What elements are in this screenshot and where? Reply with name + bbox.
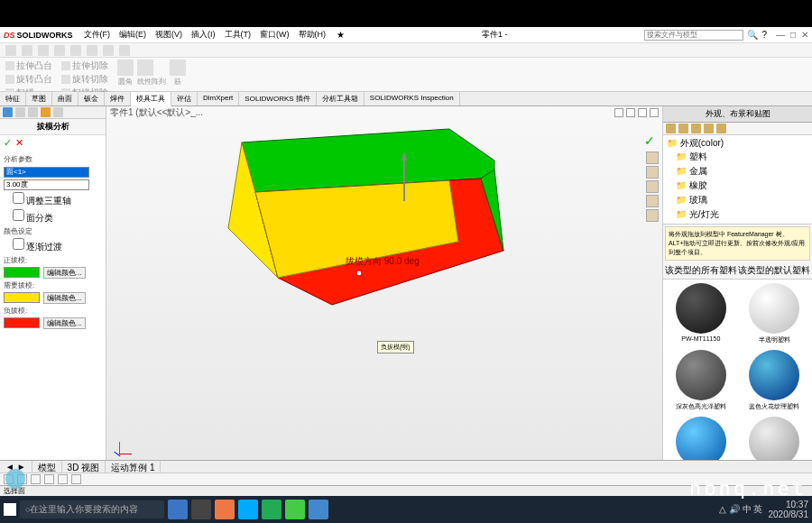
- tab-analysis[interactable]: 分析工具箱: [317, 92, 364, 106]
- tab-features[interactable]: 特征: [0, 92, 26, 106]
- menu-edit[interactable]: 编辑(E): [115, 28, 150, 41]
- tab-sketch[interactable]: 草图: [26, 92, 52, 106]
- material-item[interactable]: 蓝色火花纹理塑料: [741, 350, 809, 411]
- save-icon[interactable]: [38, 45, 49, 56]
- tab-mold-tools[interactable]: 模具工具: [131, 92, 171, 106]
- clock-time[interactable]: 10:37: [769, 500, 809, 509]
- sk-point-icon[interactable]: [71, 474, 81, 484]
- gradient-checkbox[interactable]: [13, 238, 24, 250]
- help-icon[interactable]: ?: [761, 30, 767, 40]
- side-tool-4[interactable]: [646, 195, 659, 207]
- taskbar-search[interactable]: ○ 在这里输入你要搜索的内容: [20, 500, 164, 518]
- tab-surface[interactable]: 曲面: [52, 92, 78, 106]
- print-icon[interactable]: [54, 45, 65, 56]
- rp-icon-5[interactable]: [716, 124, 726, 133]
- tab-addins[interactable]: SOLIDWORKS 插件: [239, 92, 316, 106]
- vp-icon-2[interactable]: [626, 108, 635, 117]
- tab-3dview[interactable]: 3D 视图: [62, 461, 106, 473]
- material-item[interactable]: PW-MT11150: [667, 283, 735, 344]
- undo-icon[interactable]: [70, 45, 81, 56]
- menu-tools[interactable]: 工具(T): [221, 28, 255, 41]
- material-item[interactable]: 深灰色高光泽塑料: [667, 350, 735, 411]
- tab-model[interactable]: 模型: [32, 461, 62, 473]
- negative-swatch[interactable]: [4, 317, 40, 328]
- vp-icon-1[interactable]: [614, 108, 623, 117]
- edit-pos-color[interactable]: 编辑颜色...: [43, 267, 86, 279]
- menu-view[interactable]: 视图(V): [152, 28, 186, 41]
- tb-app-3[interactable]: [215, 500, 235, 519]
- rebuild-icon[interactable]: [103, 45, 114, 56]
- model-view[interactable]: 拔模方向 90.0 deg: [215, 124, 512, 332]
- faceclass-checkbox[interactable]: [13, 209, 24, 221]
- direction-input[interactable]: [4, 167, 89, 178]
- ok-button[interactable]: ✓: [4, 137, 12, 149]
- feature-tree-icon[interactable]: [3, 107, 13, 117]
- sk-arc-icon[interactable]: [31, 474, 41, 484]
- side-tool-2[interactable]: [646, 166, 659, 179]
- config-icon[interactable]: [28, 107, 38, 117]
- tree-plastic[interactable]: 📁 塑料: [667, 150, 808, 164]
- tab-inspection[interactable]: SOLIDWORKS Inspection: [364, 92, 460, 106]
- new-icon[interactable]: [5, 45, 16, 56]
- confirm-icon[interactable]: ✓: [644, 133, 655, 148]
- minimize-button[interactable]: —: [776, 30, 785, 40]
- tree-light[interactable]: 📁 光/灯光: [667, 207, 808, 222]
- material-item[interactable]: 半透明塑料: [741, 283, 809, 344]
- material-item[interactable]: 圆网格塑料: [741, 417, 809, 460]
- tb-app-2[interactable]: [191, 500, 211, 519]
- rp-icon-4[interactable]: [704, 124, 714, 133]
- property-icon[interactable]: [15, 107, 25, 117]
- menu-file[interactable]: 文件(F): [80, 28, 115, 41]
- appearance-icon[interactable]: [666, 124, 676, 133]
- sk-rect-icon[interactable]: [44, 474, 54, 484]
- decal-icon[interactable]: [691, 124, 701, 133]
- tab-motion[interactable]: 运动算例 1: [106, 461, 161, 473]
- sk-spline-icon[interactable]: [58, 474, 68, 484]
- side-tool-1[interactable]: [646, 151, 659, 164]
- scene-icon[interactable]: [678, 124, 688, 133]
- breadcrumb[interactable]: 零件1 (默认<<默认>_...: [110, 106, 203, 119]
- side-tool-3[interactable]: [646, 180, 659, 193]
- display-icon[interactable]: [53, 107, 63, 117]
- tb-app-5[interactable]: [262, 500, 281, 519]
- tab-sheetmetal[interactable]: 钣金: [78, 92, 105, 106]
- tb-app-4[interactable]: [238, 500, 258, 519]
- tree-root[interactable]: 📁 外观(color): [667, 137, 808, 150]
- material-item[interactable]: 蓝色纹理塑料: [667, 417, 735, 460]
- side-tool-5[interactable]: [646, 209, 659, 222]
- menu-help[interactable]: 帮助(H): [295, 28, 330, 41]
- cat-all[interactable]: 该类型的所有塑料: [665, 264, 737, 277]
- tab-weldment[interactable]: 焊件: [105, 92, 131, 106]
- viewport[interactable]: 零件1 (默认<<默认>_... ✓: [106, 106, 662, 460]
- dimxpert-icon[interactable]: [41, 107, 51, 117]
- cancel-button[interactable]: ✕: [15, 137, 23, 149]
- menu-insert[interactable]: 插入(I): [188, 28, 219, 41]
- tray-icons[interactable]: △ 🔊 中 英: [719, 503, 762, 516]
- vp-icon-3[interactable]: [638, 108, 647, 117]
- options-icon[interactable]: [119, 45, 130, 56]
- triad-checkbox[interactable]: [13, 192, 24, 204]
- angle-input[interactable]: [4, 179, 89, 190]
- required-swatch[interactable]: [4, 292, 40, 303]
- tab-evaluate[interactable]: 评估: [171, 92, 198, 106]
- search-input[interactable]: [644, 30, 743, 41]
- tb-app-6[interactable]: [285, 500, 305, 519]
- open-icon[interactable]: [22, 45, 32, 56]
- cat-default[interactable]: 该类型的默认塑料: [738, 264, 810, 277]
- edit-neg-color[interactable]: 编辑颜色...: [43, 317, 86, 329]
- tb-app-7[interactable]: [309, 500, 328, 519]
- redo-icon[interactable]: [87, 45, 97, 56]
- menu-window[interactable]: 窗口(W): [256, 28, 293, 41]
- tree-glass[interactable]: 📁 玻璃: [667, 193, 808, 207]
- search-icon[interactable]: 🔍: [747, 30, 758, 40]
- tab-dimxpert[interactable]: DimXpert: [198, 92, 239, 106]
- vp-icon-4[interactable]: [650, 108, 659, 117]
- triad-icon[interactable]: [112, 436, 130, 454]
- tb-app-1[interactable]: [168, 500, 188, 519]
- positive-swatch[interactable]: [4, 267, 40, 278]
- maximize-button[interactable]: □: [790, 30, 796, 40]
- start-button[interactable]: [4, 503, 16, 516]
- edit-req-color[interactable]: 编辑颜色...: [43, 292, 86, 304]
- tree-metal[interactable]: 📁 金属: [667, 164, 808, 179]
- tree-rubber[interactable]: 📁 橡胶: [667, 179, 808, 193]
